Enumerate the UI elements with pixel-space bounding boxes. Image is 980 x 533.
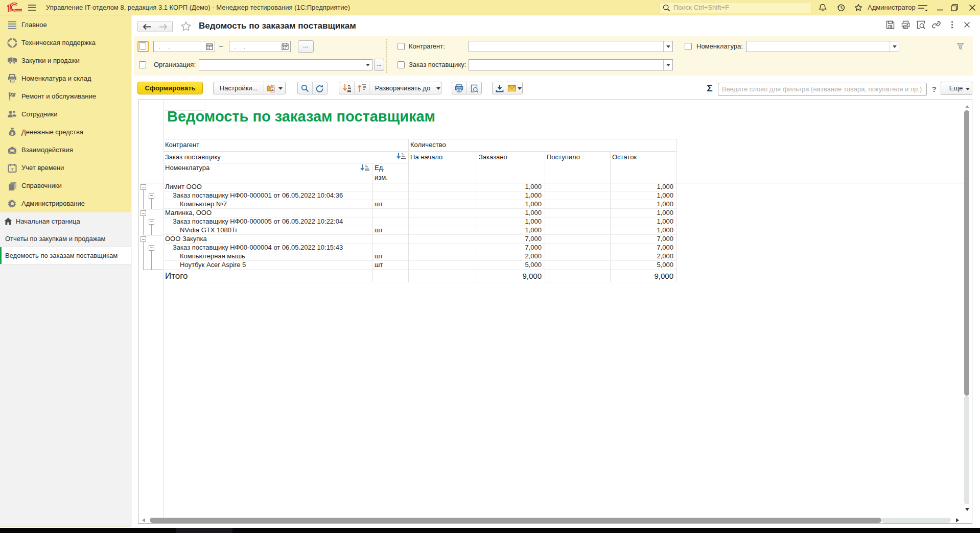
sidebar-item-timesheet[interactable]: 7 Учет времени xyxy=(0,159,131,177)
contragent-input[interactable] xyxy=(469,41,673,52)
favorites-star-icon[interactable] xyxy=(854,4,862,12)
header-unit[interactable]: Ед. изм. xyxy=(375,163,395,183)
print-icon[interactable] xyxy=(901,20,910,29)
sidebar-item-supplier-orders-report[interactable]: Ведомость по заказам поставщикам xyxy=(0,247,131,264)
row-rest[interactable]: 7,000 xyxy=(612,235,673,244)
dropdown-arrow-icon[interactable] xyxy=(363,60,372,70)
report-row-level1[interactable]: Лимит ООО1,0001,000 xyxy=(163,183,676,191)
row-ordered[interactable]: 1,000 xyxy=(479,217,542,226)
row-unit[interactable]: шт xyxy=(375,226,405,235)
collapse-group-button[interactable] xyxy=(141,236,146,242)
send-mail-button[interactable] xyxy=(507,82,522,94)
row-label[interactable]: Малинка, ООО xyxy=(165,209,372,217)
row-unit[interactable]: шт xyxy=(375,200,405,209)
collapse-group-button[interactable] xyxy=(149,219,154,225)
report-row-level2[interactable]: Заказ поставщику НФ00-000004 от 06.05.20… xyxy=(163,244,676,252)
row-rest[interactable]: 1,000 xyxy=(612,217,673,226)
sidebar-item-main[interactable]: Главное xyxy=(0,16,131,34)
sidebar-item-money[interactable]: S Денежные средства xyxy=(0,123,131,141)
date-to-input[interactable]: . . xyxy=(229,41,291,52)
total-rest[interactable]: 9,000 xyxy=(612,270,673,282)
report-row-level3[interactable]: Ноутбук Acer Aspire 5шт5,0005,000 xyxy=(163,261,676,270)
header-nomenclature[interactable]: Номенклатура xyxy=(165,163,344,173)
org-options-button[interactable]: ... xyxy=(374,59,384,71)
period-options-button[interactable]: ... xyxy=(298,40,314,53)
row-rest[interactable]: 1,000 xyxy=(612,183,673,191)
row-label[interactable]: Заказ поставщику НФ00-000005 от 06.05.20… xyxy=(173,217,372,226)
collapse-group-button[interactable] xyxy=(149,245,154,251)
global-search-input[interactable]: Поиск Ctrl+Shift+F xyxy=(659,2,811,13)
sidebar-item-reports[interactable]: Отчеты по закупкам и продажам xyxy=(0,230,131,247)
sidebar-item-administration[interactable]: Администрирование xyxy=(0,195,131,212)
dropdown-arrow-icon[interactable] xyxy=(663,60,672,70)
header-qty-rest[interactable]: Остаток xyxy=(612,151,674,163)
expand-groups-button[interactable] xyxy=(355,82,369,94)
current-user[interactable]: Администратор xyxy=(868,0,916,15)
help-button[interactable]: ? xyxy=(930,83,938,96)
sidebar-item-employees[interactable]: Сотрудники xyxy=(0,105,131,123)
row-rest[interactable]: 1,000 xyxy=(612,200,673,209)
report-row-level1[interactable]: Малинка, ООО1,0001,000 xyxy=(163,209,676,217)
row-label[interactable]: Компьютерная мышь xyxy=(180,252,372,261)
row-ordered[interactable]: 1,000 xyxy=(479,183,542,191)
preview-icon[interactable] xyxy=(917,20,925,29)
quick-filter-input[interactable]: Введите слово для фильтра (название това… xyxy=(718,83,927,96)
save-result-button[interactable] xyxy=(493,82,507,94)
get-link-icon[interactable] xyxy=(932,20,941,29)
row-label[interactable]: Заказ поставщику НФ00-000004 от 06.05.20… xyxy=(173,244,372,252)
sidebar-item-catalogs[interactable]: Справочники xyxy=(0,177,131,195)
sort-icon[interactable] xyxy=(396,152,407,160)
total-ordered[interactable]: 9,000 xyxy=(479,270,542,282)
save-icon[interactable] xyxy=(886,20,895,29)
report-row-level2[interactable]: Заказ поставщику НФ00-000001 от 06.05.20… xyxy=(163,191,676,200)
row-rest[interactable]: 1,000 xyxy=(612,226,673,235)
report-total-row[interactable]: Итого9,0009,000 xyxy=(163,270,676,282)
vscroll-up-arrow[interactable] xyxy=(965,105,969,108)
report-row-level2[interactable]: Заказ поставщику НФ00-000005 от 06.05.20… xyxy=(163,217,676,226)
row-ordered[interactable]: 1,000 xyxy=(479,191,542,200)
report-row-level3[interactable]: Компьютер №7шт1,0001,000 xyxy=(163,200,676,209)
row-label[interactable]: Лимит ООО xyxy=(165,183,372,191)
vscroll-thumb[interactable] xyxy=(964,110,969,396)
sidebar-item-home[interactable]: Начальная страница xyxy=(0,212,131,230)
row-rest[interactable]: 5,000 xyxy=(612,261,673,270)
row-rest[interactable]: 2,000 xyxy=(612,252,673,261)
header-order[interactable]: Заказ поставщику xyxy=(165,151,369,163)
expand-to-button[interactable]: Разворачивать до xyxy=(369,82,441,94)
report-row-level3[interactable]: NVidia GTX 1080Tiшт1,0001,000 xyxy=(163,226,676,235)
vscroll-track[interactable] xyxy=(964,396,969,504)
generate-button[interactable]: Сформировать xyxy=(137,82,203,94)
service-menu-icon[interactable] xyxy=(918,4,928,12)
header-contragent[interactable]: Контрагент xyxy=(165,139,369,151)
period-checkbox[interactable] xyxy=(139,42,146,50)
row-ordered[interactable]: 1,000 xyxy=(479,200,542,209)
print-preview-button[interactable] xyxy=(467,82,481,94)
refresh-button[interactable] xyxy=(313,82,327,94)
main-menu-icon[interactable] xyxy=(28,4,36,11)
row-label[interactable]: NVidia GTX 1080Ti xyxy=(180,226,372,235)
nomenclature-checkbox[interactable] xyxy=(685,43,692,50)
row-rest[interactable]: 1,000 xyxy=(612,191,673,200)
row-ordered[interactable]: 7,000 xyxy=(479,235,542,244)
contragent-checkbox[interactable] xyxy=(398,43,405,50)
sidebar-item-warehouse[interactable]: Номенклатура и склад xyxy=(0,69,131,87)
report-row-level3[interactable]: Компьютерная мышьшт2,0002,000 xyxy=(163,252,676,261)
row-ordered[interactable]: 2,000 xyxy=(479,252,542,261)
close-window-icon[interactable] xyxy=(968,4,976,12)
sidebar-item-interactions[interactable]: Взаимодействия xyxy=(0,141,131,159)
nav-back-button[interactable] xyxy=(137,21,155,32)
more-menu-icon[interactable] xyxy=(948,20,956,29)
minimize-icon[interactable] xyxy=(936,4,944,12)
favorite-star-icon[interactable] xyxy=(180,21,192,32)
find-button[interactable] xyxy=(298,82,313,94)
org-input[interactable] xyxy=(199,59,372,70)
filter-funnel-icon[interactable] xyxy=(956,42,964,50)
row-ordered[interactable]: 5,000 xyxy=(479,261,542,270)
collapse-groups-button[interactable] xyxy=(339,82,355,94)
row-label[interactable]: Ноутбук Acer Aspire 5 xyxy=(180,261,372,270)
sidebar-item-repair[interactable]: Ремонт и обслуживание xyxy=(0,87,131,105)
print-report-button[interactable] xyxy=(452,82,467,94)
calendar-icon[interactable] xyxy=(206,43,213,50)
order-checkbox[interactable] xyxy=(398,61,405,68)
header-qty-ordered[interactable]: Заказано xyxy=(479,151,543,163)
